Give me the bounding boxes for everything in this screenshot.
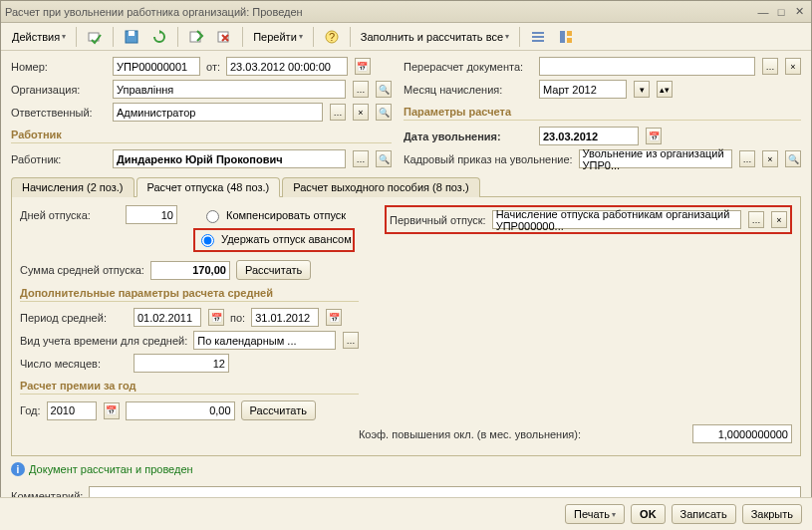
ellipsis-icon[interactable]: … [739, 150, 755, 167]
params-group: Параметры расчета [404, 103, 801, 121]
close-window-button[interactable]: ✕ [791, 5, 807, 19]
separator [350, 27, 351, 47]
refresh-icon[interactable] [146, 26, 172, 48]
number-field[interactable]: УПР00000001 [113, 57, 200, 76]
ellipsis-icon[interactable]: … [343, 332, 359, 349]
tab-body: Дней отпуска: 10 Компенсировать отпуск У… [11, 197, 801, 456]
separator [113, 27, 114, 47]
svg-rect-11 [567, 31, 572, 36]
list-icon[interactable] [525, 26, 551, 48]
print-button[interactable]: Печать [565, 504, 625, 524]
calc-avg-button[interactable]: Рассчитать [236, 260, 311, 280]
separator [76, 27, 77, 47]
date-field[interactable]: 23.03.2012 00:00:00 [226, 57, 348, 76]
svg-rect-7 [532, 32, 544, 34]
clear-icon[interactable]: × [353, 104, 369, 121]
calendar-icon[interactable]: 📅 [355, 58, 371, 75]
avg-group: Дополнительные параметры расчета средней [20, 284, 359, 302]
clear-icon[interactable]: × [785, 58, 801, 75]
months-field[interactable]: 12 [134, 354, 229, 373]
spinner-icon[interactable]: ▴▾ [657, 81, 673, 98]
employee-group: Работник [11, 126, 392, 143]
ellipsis-icon[interactable]: … [762, 58, 778, 75]
period-from-field[interactable]: 01.02.2011 [134, 308, 201, 327]
goto-menu[interactable]: Перейти [248, 26, 308, 48]
ellipsis-icon[interactable]: … [330, 104, 346, 121]
actions-menu[interactable]: Действия [7, 26, 71, 48]
tab-vacation[interactable]: Расчет отпуска (48 поз.) [136, 177, 281, 197]
clear-icon[interactable]: × [771, 211, 787, 228]
post-icon[interactable] [82, 26, 108, 48]
titlebar: Расчет при увольнении работника организа… [1, 1, 811, 23]
separator [242, 27, 243, 47]
recalc-label: Перерасчет документа: [404, 61, 533, 73]
unpost-icon[interactable] [211, 26, 237, 48]
highlight-box: Первичный отпуск: Начисление отпуска раб… [385, 205, 792, 234]
help-icon[interactable]: ? [319, 26, 345, 48]
close-button[interactable]: Закрыть [742, 504, 802, 524]
period-label: Период средней: [20, 312, 128, 324]
magnify-icon[interactable]: 🔍 [376, 104, 392, 121]
year-field[interactable]: 2010 [47, 401, 97, 420]
calendar-icon[interactable]: 📅 [326, 309, 342, 326]
org-label: Организация: [11, 84, 107, 96]
status-text: Документ рассчитан и проведен [29, 463, 193, 475]
ellipsis-icon[interactable]: … [748, 211, 764, 228]
save-icon[interactable] [119, 26, 144, 48]
month-label: Месяц начисления: [404, 84, 533, 96]
calc-bonus-button[interactable]: Рассчитать [241, 400, 316, 420]
fire-date-label: Дата увольнения: [404, 131, 533, 142]
clear-icon[interactable]: × [762, 150, 778, 167]
from-label: от: [206, 61, 220, 73]
ellipsis-icon[interactable]: … [353, 150, 369, 167]
magnify-icon[interactable]: 🔍 [376, 81, 392, 98]
svg-rect-9 [532, 40, 544, 42]
employee-field[interactable]: Диндаренко Юрій Прокопович [113, 149, 346, 168]
calendar-icon[interactable]: 📅 [208, 309, 224, 326]
magnify-icon[interactable]: 🔍 [376, 150, 392, 167]
tab-severance[interactable]: Расчет выходного пособия (8 поз.) [282, 177, 479, 197]
days-field[interactable]: 10 [126, 205, 177, 224]
kind-field[interactable]: По календарным ... [193, 331, 336, 350]
separator [519, 27, 520, 47]
primary-field[interactable]: Начисление отпуска работникам организаци… [492, 210, 741, 229]
order-field[interactable]: Увольнение из организаций УПР0... [579, 149, 732, 168]
bonus-amount-field[interactable]: 0,00 [126, 401, 235, 420]
calendar-icon[interactable]: 📅 [646, 128, 662, 144]
period-to-field[interactable]: 31.01.2012 [251, 308, 319, 327]
tabs: Начисления (2 поз.) Расчет отпуска (48 п… [11, 176, 801, 197]
radio-advance[interactable]: Удержать отпуск авансом [196, 231, 352, 247]
minimize-button[interactable]: — [755, 5, 771, 19]
highlight-box: Удержать отпуск авансом [193, 228, 355, 252]
kind-label: Вид учета времени для средней: [20, 335, 187, 347]
footer: Печать OK Записать Закрыть [0, 497, 812, 530]
dropdown-icon[interactable]: ▾ [634, 81, 650, 98]
avg-sum-field[interactable]: 170,00 [150, 261, 230, 280]
svg-rect-8 [532, 36, 544, 38]
number-label: Номер: [11, 61, 107, 73]
form-icon[interactable] [553, 26, 579, 48]
coef-field[interactable]: 1,0000000000 [692, 424, 792, 443]
svg-rect-2 [129, 31, 135, 36]
repost-icon[interactable] [183, 26, 209, 48]
recalc-field[interactable] [539, 57, 755, 76]
fire-date-field[interactable]: 23.03.2012 [539, 127, 639, 145]
radio-compensate[interactable]: Компенсировать отпуск [201, 207, 346, 223]
org-field[interactable]: Управління [113, 80, 346, 99]
fill-calc-menu[interactable]: Заполнить и рассчитать все [356, 26, 514, 48]
svg-rect-10 [560, 31, 565, 43]
svg-text:?: ? [329, 31, 335, 43]
toolbar: Действия Перейти ? Заполнить и рассчитат… [1, 23, 811, 51]
maximize-button[interactable]: □ [773, 5, 789, 19]
month-field[interactable]: Март 2012 [539, 80, 627, 99]
status-line: i Документ рассчитан и проведен [11, 462, 801, 476]
ok-button[interactable]: OK [631, 504, 666, 524]
coef-label: Коэф. повышения окл. (в мес. увольнения)… [359, 428, 581, 440]
calendar-icon[interactable]: 📅 [104, 402, 120, 419]
info-icon: i [11, 462, 25, 476]
resp-field[interactable]: Администратор [113, 103, 323, 122]
ellipsis-icon[interactable]: … [353, 81, 369, 98]
magnify-icon[interactable]: 🔍 [785, 150, 801, 167]
write-button[interactable]: Записать [672, 504, 736, 524]
tab-accruals[interactable]: Начисления (2 поз.) [11, 177, 135, 197]
